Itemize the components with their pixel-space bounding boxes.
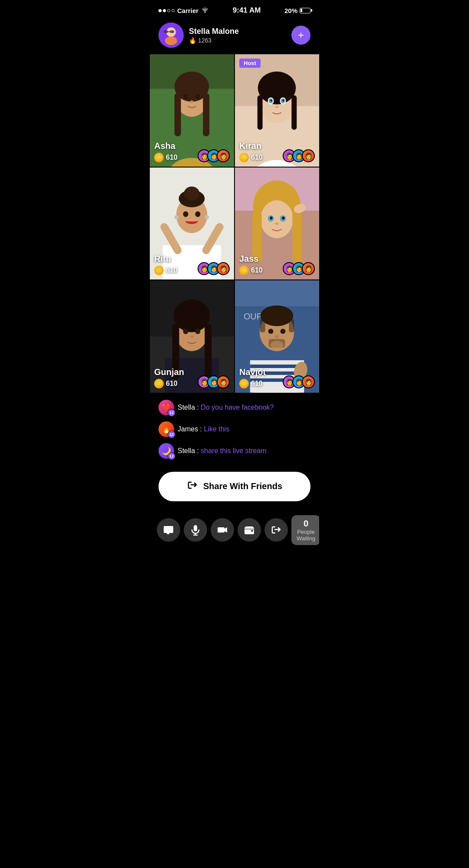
cell-coin-ritu: 🪙 610 <box>154 266 178 275</box>
svg-point-81 <box>280 329 285 334</box>
status-right: 20% <box>284 7 310 14</box>
coin-icon-kiran: 🪙 <box>239 153 249 162</box>
video-grid: Asha 🪙 610 👩 👩 👩 <box>150 54 319 393</box>
svg-point-29 <box>275 105 279 108</box>
svg-point-77 <box>261 306 294 326</box>
svg-rect-3 <box>170 30 174 33</box>
add-button[interactable]: + <box>291 26 310 45</box>
chat-message-1: ❤️ 12 Stella : Do you have facebook? <box>159 400 310 415</box>
cluster-av3-k: 👩 <box>302 149 315 162</box>
share-icon <box>187 480 198 493</box>
svg-point-38 <box>175 215 179 219</box>
chat-message-content-3: share this live stream <box>201 447 266 454</box>
share-button-bottom[interactable] <box>264 518 288 542</box>
chat-message-content-2: Like this <box>204 425 229 433</box>
cell-name-asha: Asha <box>154 141 178 151</box>
chat-message-content-1: Do you have facebook? <box>201 404 274 411</box>
wallet-button[interactable] <box>238 518 261 542</box>
video-cell-ritu[interactable]: Ritu 🪙 610 👩 👩 👩 <box>150 168 234 280</box>
cell-name-ritu: Ritu <box>154 254 178 264</box>
cell-bottom-navjot: Navjot 🪙 610 👩 👩 👩 <box>239 367 315 388</box>
chat-badge-1: 12 <box>168 409 175 417</box>
host-badge: Host <box>239 59 261 68</box>
carrier-label: Carrier <box>177 7 198 14</box>
user-header: Stella Malone 🔥 1263 + <box>150 18 319 54</box>
video-cell-asha[interactable]: Asha 🪙 610 👩 👩 👩 <box>150 54 234 167</box>
svg-point-15 <box>190 100 194 103</box>
chat-avatar-1: ❤️ 12 <box>159 400 174 415</box>
video-cell-navjot[interactable]: OUPANC <box>235 280 319 393</box>
people-waiting-button[interactable]: 0 People Waiting <box>291 515 319 545</box>
svg-point-39 <box>205 215 209 219</box>
svg-point-84 <box>275 335 279 339</box>
coin-icon-navjot: 🪙 <box>239 379 249 388</box>
svg-point-40 <box>183 211 188 217</box>
cell-bottom-ritu: Ritu 🪙 610 👩 👩 👩 <box>154 254 230 275</box>
status-time: 9:41 AM <box>233 6 261 15</box>
bottom-bar: 0 People Waiting <box>150 510 319 550</box>
signal-dot-4 <box>172 9 175 12</box>
chat-icon-button[interactable] <box>157 518 180 542</box>
chat-badge-2: 12 <box>168 431 175 438</box>
avatar-image <box>159 23 184 48</box>
cell-name-jass: Jass <box>239 254 263 264</box>
status-left: Carrier <box>159 7 209 14</box>
signal-dot-1 <box>159 9 162 12</box>
battery-icon <box>300 8 310 13</box>
cell-coin-gunjan: 🪙 610 <box>154 379 184 388</box>
svg-rect-79 <box>289 319 294 332</box>
svg-rect-78 <box>260 319 265 332</box>
user-name: Stella Malone <box>189 27 286 36</box>
svg-point-80 <box>268 329 274 334</box>
microphone-button[interactable] <box>184 518 207 542</box>
avatar-cluster-ritu: 👩 👩 👩 <box>198 262 230 275</box>
user-info: Stella Malone 🔥 1263 <box>189 27 286 44</box>
cell-bottom-gunjan: Gunjan 🪙 610 👩 👩 👩 <box>154 367 230 388</box>
svg-rect-90 <box>251 530 253 532</box>
svg-point-83 <box>271 341 284 350</box>
cell-name-gunjan: Gunjan <box>154 367 184 377</box>
avatar-cluster-jass: 👩 👩 👩 <box>283 262 315 275</box>
video-cell-gunjan[interactable]: Gunjan 🪙 610 👩 👩 👩 <box>150 280 234 393</box>
svg-rect-11 <box>175 93 181 136</box>
chat-text-3: Stella : share this live stream <box>178 447 267 455</box>
svg-rect-21 <box>258 95 263 130</box>
chat-avatar-3: 🌙 12 <box>159 443 174 459</box>
svg-point-41 <box>195 211 200 217</box>
cell-name-coin-asha: Asha 🪙 610 <box>154 141 178 162</box>
share-with-friends-button[interactable]: Share With Friends <box>159 472 310 501</box>
video-cell-jass[interactable]: Jass 🪙 610 👩 👩 👩 <box>235 168 319 280</box>
chat-avatar-2: 🔥 12 <box>159 421 174 437</box>
coin-amount-jass: 610 <box>251 266 263 274</box>
svg-point-28 <box>282 99 284 102</box>
cluster-av3: 👩 <box>217 149 230 162</box>
svg-rect-2 <box>164 30 168 33</box>
chat-username-2: James : <box>178 425 204 433</box>
cluster-av3-r: 👩 <box>217 262 230 275</box>
svg-point-13 <box>184 94 188 99</box>
svg-point-53 <box>275 222 279 225</box>
cell-name-coin-gunjan: Gunjan 🪙 610 <box>154 367 184 388</box>
cell-coin-jass: 🪙 610 <box>239 266 263 275</box>
cell-name-coin-kiran: Kiran 🪙 610 <box>239 141 263 162</box>
svg-point-5 <box>165 36 177 45</box>
svg-point-37 <box>184 186 200 200</box>
svg-point-51 <box>270 217 273 220</box>
coin-amount-navjot: 610 <box>251 380 263 388</box>
cell-bottom-kiran: Kiran 🪙 610 👩 👩 👩 <box>239 141 315 162</box>
avatar <box>159 23 184 48</box>
chat-text-1: Stella : Do you have facebook? <box>178 404 274 411</box>
coin-icon-ritu: 🪙 <box>154 266 164 275</box>
waiting-label: People Waiting <box>297 529 315 542</box>
svg-point-52 <box>282 217 284 220</box>
cell-name-coin-navjot: Navjot 🪙 610 <box>239 367 266 388</box>
chat-username-1: Stella : <box>178 404 201 411</box>
cell-name-coin-jass: Jass 🪙 610 <box>239 254 263 275</box>
svg-point-62 <box>183 329 188 334</box>
video-camera-button[interactable] <box>211 518 234 542</box>
chat-message-3: 🌙 12 Stella : share this live stream <box>159 443 310 459</box>
score-number: 1263 <box>198 37 211 44</box>
cell-coin-kiran: 🪙 610 <box>239 153 263 162</box>
battery-fill <box>301 9 302 12</box>
video-cell-kiran[interactable]: Host Kiran 🪙 610 👩 👩 👩 <box>235 54 319 167</box>
